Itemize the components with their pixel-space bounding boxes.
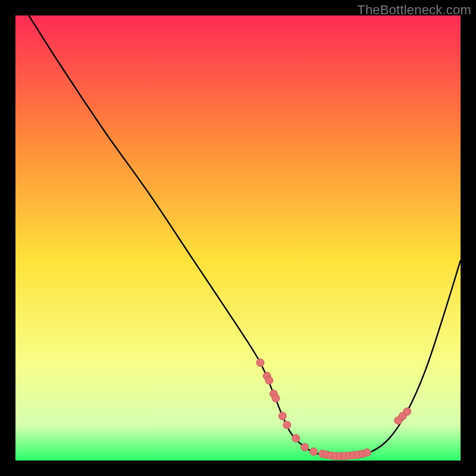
gradient-background xyxy=(15,15,461,461)
sample-point xyxy=(265,377,273,384)
sample-point xyxy=(403,408,411,415)
sample-point xyxy=(272,394,280,402)
sample-point xyxy=(256,359,264,367)
chart-frame xyxy=(15,15,461,461)
bottleneck-chart xyxy=(15,15,461,461)
sample-point xyxy=(301,443,309,451)
sample-point xyxy=(363,449,371,456)
sample-point xyxy=(292,434,300,442)
watermark-text: TheBottleneck.com xyxy=(357,2,471,18)
sample-point xyxy=(310,448,318,456)
sample-point xyxy=(283,421,291,429)
sample-point xyxy=(278,412,286,420)
